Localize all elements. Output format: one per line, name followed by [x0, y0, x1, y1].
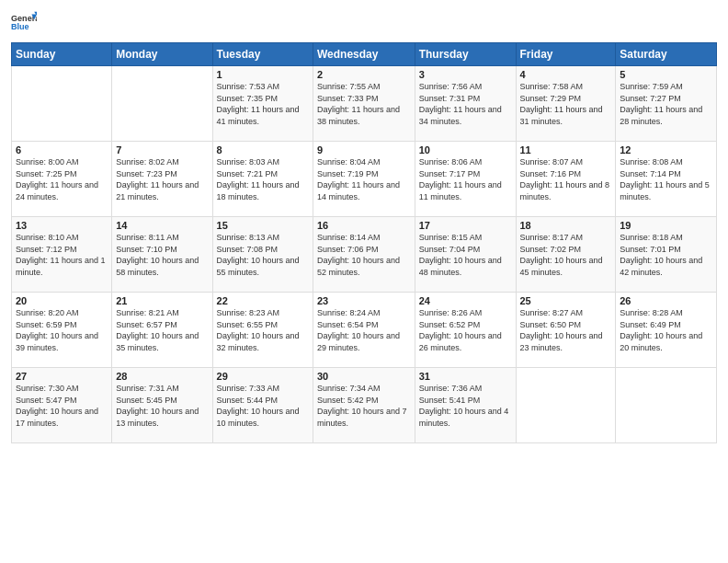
calendar-cell: 4Sunrise: 7:58 AMSunset: 7:29 PMDaylight…: [516, 66, 616, 142]
calendar-cell: 26Sunrise: 8:28 AMSunset: 6:49 PMDayligh…: [616, 293, 717, 368]
calendar-cell: 2Sunrise: 7:55 AMSunset: 7:33 PMDaylight…: [313, 66, 415, 142]
calendar-week-row: 13Sunrise: 8:10 AMSunset: 7:12 PMDayligh…: [12, 217, 717, 293]
calendar-cell: 9Sunrise: 8:04 AMSunset: 7:19 PMDaylight…: [313, 142, 415, 217]
day-info: Sunrise: 8:03 AMSunset: 7:21 PMDaylight:…: [217, 156, 309, 202]
day-of-week-header: Sunday: [12, 43, 112, 66]
calendar-cell: 8Sunrise: 8:03 AMSunset: 7:21 PMDaylight…: [212, 142, 313, 217]
calendar-cell: 10Sunrise: 8:06 AMSunset: 7:17 PMDayligh…: [415, 142, 516, 217]
day-number: 19: [620, 220, 712, 231]
calendar-cell: 31Sunrise: 7:36 AMSunset: 5:41 PMDayligh…: [415, 368, 516, 443]
day-info: Sunrise: 7:33 AMSunset: 5:44 PMDaylight:…: [217, 383, 309, 429]
day-info: Sunrise: 7:31 AMSunset: 5:45 PMDaylight:…: [116, 383, 208, 429]
day-info: Sunrise: 8:07 AMSunset: 7:16 PMDaylight:…: [520, 156, 612, 202]
calendar-cell: 16Sunrise: 8:14 AMSunset: 7:06 PMDayligh…: [313, 217, 415, 293]
day-number: 3: [419, 69, 512, 80]
day-of-week-header: Saturday: [616, 43, 717, 66]
day-number: 21: [116, 295, 208, 306]
calendar-week-row: 20Sunrise: 8:20 AMSunset: 6:59 PMDayligh…: [12, 293, 717, 368]
day-info: Sunrise: 8:13 AMSunset: 7:08 PMDaylight:…: [217, 232, 309, 278]
day-info: Sunrise: 7:30 AMSunset: 5:47 PMDaylight:…: [16, 383, 108, 429]
day-number: 4: [520, 69, 612, 80]
day-number: 13: [16, 220, 108, 231]
calendar-header-row: SundayMondayTuesdayWednesdayThursdayFrid…: [12, 43, 717, 66]
day-number: 22: [217, 295, 309, 306]
calendar-cell: 27Sunrise: 7:30 AMSunset: 5:47 PMDayligh…: [12, 368, 112, 443]
day-info: Sunrise: 8:17 AMSunset: 7:02 PMDaylight:…: [520, 232, 612, 278]
day-number: 7: [116, 144, 208, 155]
calendar-cell: 5Sunrise: 7:59 AMSunset: 7:27 PMDaylight…: [616, 66, 717, 142]
day-info: Sunrise: 8:14 AMSunset: 7:06 PMDaylight:…: [317, 232, 411, 278]
day-info: Sunrise: 8:21 AMSunset: 6:57 PMDaylight:…: [116, 307, 208, 353]
calendar-cell: 14Sunrise: 8:11 AMSunset: 7:10 PMDayligh…: [112, 217, 212, 293]
day-info: Sunrise: 8:28 AMSunset: 6:49 PMDaylight:…: [620, 307, 712, 353]
calendar-cell: 7Sunrise: 8:02 AMSunset: 7:23 PMDaylight…: [112, 142, 212, 217]
calendar-cell: 30Sunrise: 7:34 AMSunset: 5:42 PMDayligh…: [313, 368, 415, 443]
day-number: 10: [419, 144, 512, 155]
calendar-cell: 15Sunrise: 8:13 AMSunset: 7:08 PMDayligh…: [212, 217, 313, 293]
calendar-cell: 23Sunrise: 8:24 AMSunset: 6:54 PMDayligh…: [313, 293, 415, 368]
day-info: Sunrise: 8:06 AMSunset: 7:17 PMDaylight:…: [419, 156, 512, 202]
calendar-cell: 21Sunrise: 8:21 AMSunset: 6:57 PMDayligh…: [112, 293, 212, 368]
day-info: Sunrise: 7:53 AMSunset: 7:35 PMDaylight:…: [217, 81, 309, 127]
day-info: Sunrise: 8:26 AMSunset: 6:52 PMDaylight:…: [419, 307, 512, 353]
day-info: Sunrise: 8:27 AMSunset: 6:50 PMDaylight:…: [520, 307, 612, 353]
calendar-cell: 24Sunrise: 8:26 AMSunset: 6:52 PMDayligh…: [415, 293, 516, 368]
calendar-cell: 29Sunrise: 7:33 AMSunset: 5:44 PMDayligh…: [212, 368, 313, 443]
day-number: 20: [16, 295, 108, 306]
day-number: 18: [520, 220, 612, 231]
day-info: Sunrise: 8:00 AMSunset: 7:25 PMDaylight:…: [16, 156, 108, 202]
calendar-cell: 19Sunrise: 8:18 AMSunset: 7:01 PMDayligh…: [616, 217, 717, 293]
calendar-cell: 18Sunrise: 8:17 AMSunset: 7:02 PMDayligh…: [516, 217, 616, 293]
day-info: Sunrise: 7:59 AMSunset: 7:27 PMDaylight:…: [620, 81, 712, 127]
day-info: Sunrise: 8:24 AMSunset: 6:54 PMDaylight:…: [317, 307, 411, 353]
calendar-cell: 20Sunrise: 8:20 AMSunset: 6:59 PMDayligh…: [12, 293, 112, 368]
day-info: Sunrise: 8:23 AMSunset: 6:55 PMDaylight:…: [217, 307, 309, 353]
day-number: 24: [419, 295, 512, 306]
day-number: 31: [419, 371, 512, 382]
calendar-week-row: 6Sunrise: 8:00 AMSunset: 7:25 PMDaylight…: [12, 142, 717, 217]
calendar-cell: 25Sunrise: 8:27 AMSunset: 6:50 PMDayligh…: [516, 293, 616, 368]
calendar-container: General Blue SundayMondayTuesdayWednesda…: [0, 0, 728, 563]
calendar-cell: 12Sunrise: 8:08 AMSunset: 7:14 PMDayligh…: [616, 142, 717, 217]
day-info: Sunrise: 8:10 AMSunset: 7:12 PMDaylight:…: [16, 232, 108, 278]
day-info: Sunrise: 8:20 AMSunset: 6:59 PMDaylight:…: [16, 307, 108, 353]
day-number: 27: [16, 371, 108, 382]
day-of-week-header: Friday: [516, 43, 616, 66]
day-number: 30: [317, 371, 411, 382]
day-info: Sunrise: 7:36 AMSunset: 5:41 PMDaylight:…: [419, 383, 512, 429]
day-number: 2: [317, 69, 411, 80]
calendar-week-row: 27Sunrise: 7:30 AMSunset: 5:47 PMDayligh…: [12, 368, 717, 443]
calendar-cell: [516, 368, 616, 443]
day-info: Sunrise: 7:56 AMSunset: 7:31 PMDaylight:…: [419, 81, 512, 127]
day-number: 29: [217, 371, 309, 382]
logo: General Blue: [11, 9, 37, 35]
day-of-week-header: Tuesday: [212, 43, 313, 66]
day-number: 16: [317, 220, 411, 231]
calendar-table: SundayMondayTuesdayWednesdayThursdayFrid…: [11, 42, 717, 443]
day-number: 26: [620, 295, 712, 306]
day-info: Sunrise: 7:55 AMSunset: 7:33 PMDaylight:…: [317, 81, 411, 127]
calendar-week-row: 1Sunrise: 7:53 AMSunset: 7:35 PMDaylight…: [12, 66, 717, 142]
day-number: 25: [520, 295, 612, 306]
header: General Blue: [11, 9, 717, 35]
day-info: Sunrise: 8:18 AMSunset: 7:01 PMDaylight:…: [620, 232, 712, 278]
day-number: 14: [116, 220, 208, 231]
day-number: 11: [520, 144, 612, 155]
calendar-cell: [112, 66, 212, 142]
svg-text:Blue: Blue: [11, 22, 29, 31]
day-number: 5: [620, 69, 712, 80]
day-number: 1: [217, 69, 309, 80]
calendar-cell: 22Sunrise: 8:23 AMSunset: 6:55 PMDayligh…: [212, 293, 313, 368]
day-number: 17: [419, 220, 512, 231]
calendar-cell: 1Sunrise: 7:53 AMSunset: 7:35 PMDaylight…: [212, 66, 313, 142]
calendar-cell: [12, 66, 112, 142]
day-info: Sunrise: 7:34 AMSunset: 5:42 PMDaylight:…: [317, 383, 411, 429]
logo-icon: General Blue: [11, 9, 37, 35]
calendar-cell: 6Sunrise: 8:00 AMSunset: 7:25 PMDaylight…: [12, 142, 112, 217]
day-of-week-header: Wednesday: [313, 43, 415, 66]
day-number: 12: [620, 144, 712, 155]
day-number: 23: [317, 295, 411, 306]
calendar-cell: [616, 368, 717, 443]
calendar-cell: 17Sunrise: 8:15 AMSunset: 7:04 PMDayligh…: [415, 217, 516, 293]
day-info: Sunrise: 8:04 AMSunset: 7:19 PMDaylight:…: [317, 156, 411, 202]
